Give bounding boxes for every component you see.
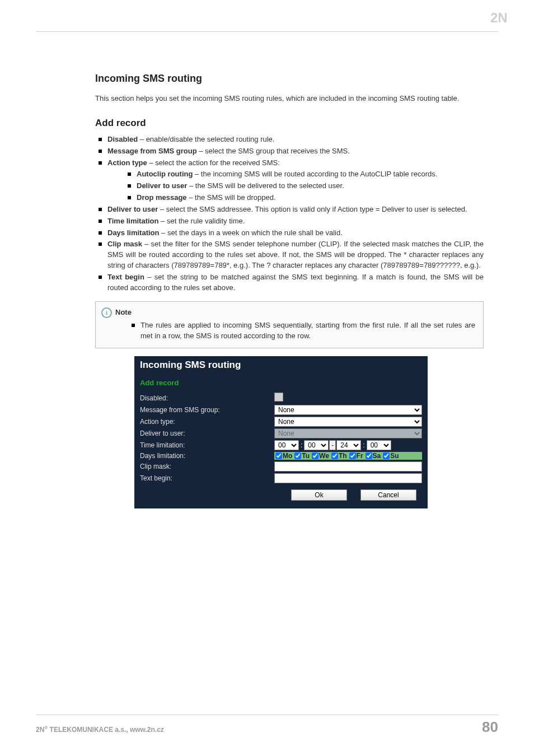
bullet-action-type: Action type – select the action for the … bbox=[95, 158, 484, 203]
label-clip: Clip mask: bbox=[140, 463, 274, 470]
select-deliver: None bbox=[274, 428, 422, 438]
info-icon: i bbox=[101, 307, 112, 318]
bullet-drop-message: Drop message – the SMS will be dropped. bbox=[124, 193, 484, 203]
header-rule bbox=[36, 31, 498, 32]
time-dash: - bbox=[329, 440, 336, 450]
cancel-button[interactable]: Cancel bbox=[360, 489, 416, 501]
dialog-subtitle: Add record bbox=[134, 374, 428, 393]
checkbox-day-fr[interactable] bbox=[349, 452, 356, 459]
checkbox-day-mo[interactable] bbox=[275, 452, 282, 459]
note-text: The rules are applied to incoming SMS se… bbox=[128, 320, 475, 342]
time-colon-2: : bbox=[362, 441, 366, 449]
bullet-list: Disabled – enable/disable the selected r… bbox=[95, 134, 484, 293]
label-text-begin: Text begin: bbox=[140, 474, 274, 482]
bullet-time-limitation: Time limitation – set the rule validity … bbox=[95, 216, 484, 227]
label-action-type: Action type: bbox=[140, 418, 274, 426]
checkbox-day-th[interactable] bbox=[331, 452, 338, 459]
bullet-text-begin: Text begin – set the string to be matche… bbox=[95, 272, 484, 293]
select-time-m1[interactable]: 00 bbox=[304, 440, 329, 450]
input-text-begin[interactable] bbox=[274, 473, 422, 483]
page-number: 80 bbox=[482, 718, 498, 736]
label-disabled: Disabled: bbox=[140, 394, 274, 402]
days-row: Mo Tu We Th Fr Sa Su bbox=[274, 452, 422, 460]
day-mo: Mo bbox=[283, 452, 292, 460]
checkbox-day-tu[interactable] bbox=[294, 452, 301, 459]
select-msg-group[interactable]: None bbox=[274, 405, 422, 415]
subsection-title: Add record bbox=[95, 118, 484, 129]
dialog-title: Incoming SMS routing bbox=[134, 356, 428, 374]
bullet-msg-group: Message from SMS group – select the SMS … bbox=[95, 146, 484, 157]
footer-text: 2N® TELEKOMUNIKACE a.s., www.2n.cz bbox=[36, 725, 164, 734]
brand-logo: 2N bbox=[489, 9, 516, 27]
ok-button[interactable]: Ok bbox=[291, 489, 347, 501]
checkbox-day-we[interactable] bbox=[312, 452, 318, 459]
label-msg-group: Message from SMS group: bbox=[140, 406, 274, 414]
day-tu: Tu bbox=[302, 452, 310, 460]
select-action-type[interactable]: None bbox=[274, 417, 422, 427]
bullet-clip-mask: Clip mask – set the filter for the SMS s… bbox=[95, 239, 484, 271]
select-time-h1[interactable]: 00 bbox=[274, 440, 299, 450]
day-th: Th bbox=[339, 452, 347, 460]
checkbox-day-su[interactable] bbox=[383, 452, 390, 459]
label-deliver: Deliver to user: bbox=[140, 430, 274, 437]
day-su: Su bbox=[390, 452, 399, 460]
bullet-autoclip: Autoclip routing – the incoming SMS will… bbox=[124, 169, 484, 180]
bullet-disabled: Disabled – enable/disable the selected r… bbox=[95, 134, 484, 145]
select-time-m2[interactable]: 00 bbox=[367, 440, 391, 450]
note-box: i Note The rules are applied to incoming… bbox=[95, 301, 484, 349]
dialog-screenshot: Incoming SMS routing Add record Disabled… bbox=[134, 356, 428, 508]
select-time-h2[interactable]: 24 bbox=[336, 440, 361, 450]
checkbox-disabled[interactable] bbox=[274, 393, 283, 402]
checkbox-day-sa[interactable] bbox=[366, 452, 372, 459]
day-we: We bbox=[319, 452, 329, 460]
bullet-deliver-to-user: Deliver to user – the SMS will be delive… bbox=[124, 181, 484, 192]
section-title: Incoming SMS routing bbox=[95, 73, 484, 85]
day-fr: Fr bbox=[357, 452, 363, 460]
note-title: Note bbox=[115, 307, 132, 318]
label-days-lim: Days limitation: bbox=[140, 452, 274, 460]
bullet-deliver-user: Deliver to user – select the SMS address… bbox=[95, 204, 484, 215]
intro-paragraph: This section helps you set the incoming … bbox=[95, 94, 484, 104]
svg-text:2N: 2N bbox=[490, 10, 508, 25]
time-colon-1: : bbox=[299, 441, 303, 449]
day-sa: Sa bbox=[373, 452, 381, 460]
input-clip-mask[interactable] bbox=[274, 461, 422, 472]
label-time-lim: Time limitation: bbox=[140, 441, 274, 449]
bullet-days-limitation: Days limitation – set the days in a week… bbox=[95, 228, 484, 239]
